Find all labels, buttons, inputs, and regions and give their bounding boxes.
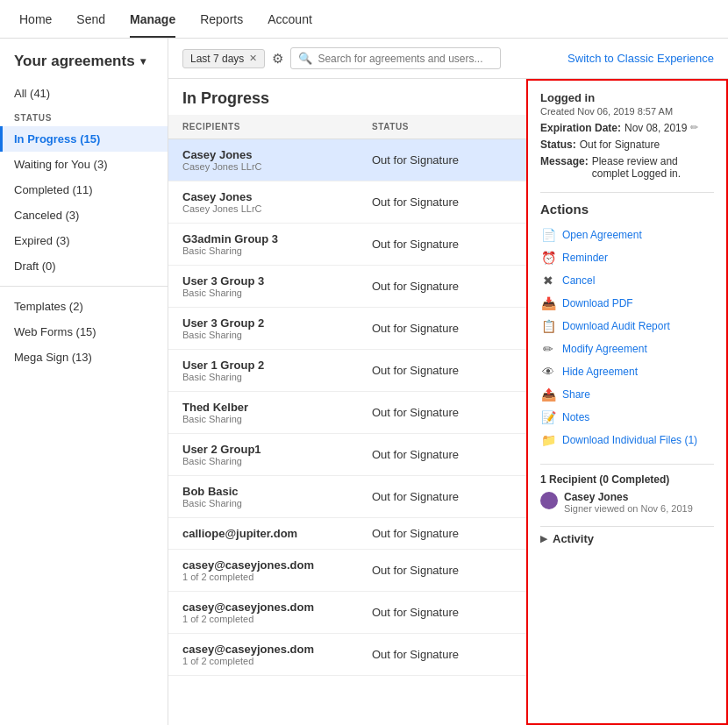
files-icon: 📁 <box>540 433 556 447</box>
recipient-info: Casey Jones Casey Jones LLrC <box>182 148 372 172</box>
table-row[interactable]: Casey Jones Casey Jones LLrC Out for Sig… <box>168 139 526 181</box>
nav-account[interactable]: Account <box>255 0 325 38</box>
nav-manage[interactable]: Manage <box>118 0 188 38</box>
nav-reports[interactable]: Reports <box>188 0 255 38</box>
actions-title: Actions <box>540 202 714 217</box>
right-panel: Logged in Created Nov 06, 2019 8:57 AM E… <box>526 79 728 725</box>
agreements-title[interactable]: Your agreements ▾ <box>0 53 168 81</box>
table-row[interactable]: User 3 Group 2 Basic Sharing Out for Sig… <box>168 308 526 350</box>
filter-chip-label: Last 7 days <box>190 53 244 65</box>
action-hide[interactable]: 👁 Hide Agreement <box>540 360 714 383</box>
table-row[interactable]: Casey Jones Casey Jones LLrC Out for Sig… <box>168 181 526 224</box>
notes-icon: 📝 <box>540 410 556 424</box>
nav-send[interactable]: Send <box>64 0 118 38</box>
sidebar-item-draft[interactable]: Draft (0) <box>0 253 168 279</box>
content-area: Last 7 days ✕ ⚙ 🔍 Switch to Classic Expe… <box>168 39 728 725</box>
status-text: Out for Signature <box>372 153 512 167</box>
panel-actions-section: Actions 📄 Open Agreement ⏰ Reminder ✖ Ca… <box>540 202 714 451</box>
sidebar-item-web-forms[interactable]: Web Forms (15) <box>0 319 168 345</box>
nav-home[interactable]: Home <box>7 0 64 38</box>
action-label: Hide Agreement <box>562 366 638 378</box>
table-row[interactable]: User 3 Group 3 Basic Sharing Out for Sig… <box>168 266 526 308</box>
list-header: RECIPIENTS STATUS <box>168 115 526 139</box>
table-row[interactable]: User 2 Group1 Basic Sharing Out for Sign… <box>168 434 526 476</box>
edit-icon[interactable]: ✏ <box>690 122 698 133</box>
list-section-title: In Progress <box>168 79 526 115</box>
chevron-down-icon: ▾ <box>140 55 146 68</box>
status-text: Out for Signature <box>372 322 512 335</box>
action-download-audit[interactable]: 📋 Download Audit Report <box>540 315 714 338</box>
share-icon: 📤 <box>540 387 556 402</box>
main-container: Your agreements ▾ All (41) STATUS In Pro… <box>0 39 728 725</box>
status-text: Out for Signature <box>372 606 512 619</box>
recipients-summary: 1 Recipient (0 Completed) <box>540 473 714 486</box>
table-row[interactable]: casey@caseyjones.dom 1 of 2 completed Ou… <box>168 634 526 676</box>
panel-divider <box>540 192 714 193</box>
expiration-label: Expiration Date: <box>540 122 621 134</box>
recipient-sub: Basic Sharing <box>182 456 372 466</box>
action-download-pdf[interactable]: 📥 Download PDF <box>540 292 714 315</box>
recipient-name: Casey Jones <box>182 190 372 203</box>
date-filter-chip[interactable]: Last 7 days ✕ <box>182 49 265 68</box>
sidebar-item-in-progress[interactable]: In Progress (15) <box>0 126 168 152</box>
recipient-info: Thed Kelber Basic Sharing <box>182 401 372 424</box>
recipient-info: casey@caseyjones.dom 1 of 2 completed <box>182 643 372 666</box>
sidebar: Your agreements ▾ All (41) STATUS In Pro… <box>0 39 168 725</box>
table-row[interactable]: User 1 Group 2 Basic Sharing Out for Sig… <box>168 350 526 392</box>
action-reminder[interactable]: ⏰ Reminder <box>540 246 714 269</box>
reminder-icon: ⏰ <box>540 251 556 265</box>
filter-chip-close[interactable]: ✕ <box>249 53 257 64</box>
sidebar-item-templates[interactable]: Templates (2) <box>0 294 168 319</box>
sidebar-item-waiting[interactable]: Waiting for You (3) <box>0 152 168 177</box>
action-label: Reminder <box>562 252 608 264</box>
sidebar-item-completed[interactable]: Completed (11) <box>0 177 168 203</box>
table-row[interactable]: G3admin Group 3 Basic Sharing Out for Si… <box>168 224 526 266</box>
recipient-sub: 1 of 2 completed <box>182 656 372 666</box>
table-row[interactable]: casey@caseyjones.dom 1 of 2 completed Ou… <box>168 550 526 592</box>
recipient-entry: Casey Jones Signer viewed on Nov 6, 2019 <box>540 491 714 514</box>
search-box[interactable]: 🔍 <box>290 47 501 69</box>
recipient-info: User 1 Group 2 Basic Sharing <box>182 359 372 382</box>
status-text: Out for Signature <box>372 406 512 419</box>
chevron-right-icon: ▶ <box>540 533 547 544</box>
sidebar-item-mega-sign[interactable]: Mega Sign (13) <box>0 345 168 370</box>
hide-icon: 👁 <box>540 365 556 379</box>
sidebar-item-canceled[interactable]: Canceled (3) <box>0 203 168 228</box>
recipient-name: G3admin Group 3 <box>182 232 372 245</box>
status-text: Out for Signature <box>372 364 512 377</box>
search-input[interactable] <box>318 53 493 65</box>
sidebar-item-all[interactable]: All (41) <box>0 81 168 106</box>
panel-expiration-field: Expiration Date: Nov 08, 2019 ✏ <box>540 122 714 134</box>
avatar <box>540 492 558 509</box>
message-value: Please review and complet Logged in. <box>592 155 714 180</box>
table-row[interactable]: Thed Kelber Basic Sharing Out for Signat… <box>168 392 526 434</box>
top-nav: Home Send Manage Reports Account <box>0 0 728 39</box>
action-label: Cancel <box>562 274 595 287</box>
action-cancel[interactable]: ✖ Cancel <box>540 269 714 292</box>
action-open-agreement[interactable]: 📄 Open Agreement <box>540 224 714 246</box>
switch-classic-link[interactable]: Switch to Classic Experience <box>567 52 714 65</box>
table-row[interactable]: Bob Basic Basic Sharing Out for Signatur… <box>168 476 526 518</box>
recipient-name: Bob Basic <box>182 485 372 498</box>
audit-icon: 📋 <box>540 319 556 333</box>
activity-section[interactable]: ▶ Activity <box>540 526 714 551</box>
status-text: Out for Signature <box>372 527 512 540</box>
agreements-title-text: Your agreements <box>14 53 135 70</box>
action-download-files[interactable]: 📁 Download Individual Files (1) <box>540 429 714 451</box>
table-row[interactable]: casey@caseyjones.dom 1 of 2 completed Ou… <box>168 592 526 634</box>
table-row[interactable]: calliope@jupiter.dom Out for Signature <box>168 518 526 550</box>
document-icon: 📄 <box>540 228 556 242</box>
recipient-info: Casey Jones Casey Jones LLrC <box>182 190 372 214</box>
action-label: Open Agreement <box>562 229 642 241</box>
action-modify[interactable]: ✏ Modify Agreement <box>540 338 714 360</box>
recipient-sub: Basic Sharing <box>182 245 372 256</box>
recipient-info: User 3 Group 3 Basic Sharing <box>182 274 372 298</box>
action-notes[interactable]: 📝 Notes <box>540 406 714 429</box>
recipient-name: calliope@jupiter.dom <box>182 527 372 540</box>
filter-icon[interactable]: ⚙ <box>272 51 283 67</box>
sidebar-item-expired[interactable]: Expired (3) <box>0 228 168 253</box>
action-share[interactable]: 📤 Share <box>540 383 714 406</box>
recipient-sub: 1 of 2 completed <box>182 572 372 582</box>
recipient-info: G3admin Group 3 Basic Sharing <box>182 232 372 256</box>
recipient-sub: Basic Sharing <box>182 498 372 508</box>
